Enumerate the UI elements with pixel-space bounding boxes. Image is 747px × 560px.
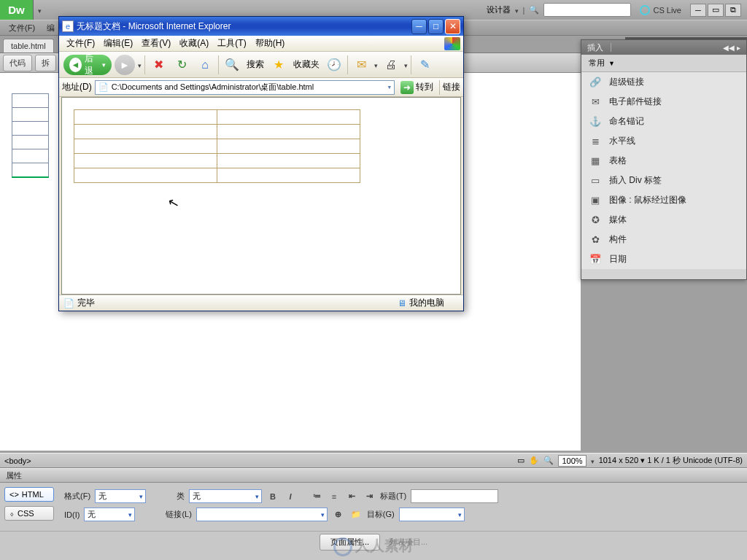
id-select[interactable]: 无 — [84, 508, 135, 521]
file-tab[interactable]: table.html — [3, 39, 54, 52]
hand-tool-icon[interactable]: ✋ — [529, 456, 539, 465]
ie-search-label[interactable]: 搜索 — [245, 58, 266, 71]
insert-item-3[interactable]: ≣水平线 — [581, 131, 746, 151]
class-select[interactable]: 无 — [189, 489, 262, 503]
view-code-button[interactable]: 代码 — [3, 55, 32, 71]
search-input[interactable] — [543, 3, 631, 17]
layout-switcher[interactable]: 设计器 — [487, 4, 511, 15]
ie-favorites-label[interactable]: 收藏夹 — [292, 58, 321, 71]
cslive-button[interactable]: CS Live — [635, 5, 686, 15]
zoom-tool-icon[interactable]: 🔍 — [543, 456, 554, 465]
select-tool-icon[interactable]: ▭ — [517, 456, 525, 465]
insert-item-7[interactable]: ✪媒体 — [581, 210, 746, 230]
ie-print-button[interactable]: 🖨 — [381, 55, 401, 75]
ul-button[interactable]: ≔ — [310, 490, 323, 503]
ie-menu-edit[interactable]: 编辑(E) — [99, 37, 137, 50]
address-input[interactable]: 📄C:\Documents and Settings\Administrator… — [95, 80, 395, 95]
properties-title[interactable]: 属性 — [0, 468, 747, 483]
menu-edit[interactable]: 编 — [41, 23, 61, 34]
rendered-table — [74, 109, 360, 183]
ie-close-button[interactable]: ✕ — [445, 19, 460, 34]
ie-history-button[interactable]: 🕗 — [324, 55, 344, 75]
insert-item-label: 电子邮件链接 — [609, 96, 662, 108]
ie-status-zone: 我的电脑 — [409, 297, 444, 309]
id-label: ID(I) — [64, 510, 80, 519]
ie-zone-icon: 🖥 — [398, 298, 406, 308]
ie-title-text: 无标题文档 - Microsoft Internet Explorer — [77, 20, 231, 33]
chevron-down-icon — [515, 6, 519, 15]
minimize-button[interactable]: ─ — [690, 4, 706, 17]
status-dims: 1014 x 520 ▾ 1 K / 1 秒 Unicode (UTF-8) — [599, 455, 743, 466]
insert-item-label: 图像 : 鼠标经过图像 — [609, 194, 686, 206]
panel-button[interactable]: ⧉ — [725, 4, 741, 17]
insert-item-icon: 🔗 — [589, 77, 602, 88]
ie-window: e 无标题文档 - Microsoft Internet Explorer ─ … — [58, 16, 464, 311]
insert-item-label: 日期 — [609, 253, 627, 265]
insert-item-label: 水平线 — [609, 135, 635, 147]
ol-button[interactable]: ≡ — [328, 490, 341, 503]
properties-panel: 属性 <>HTML ⬨CSS 格式(F) 无 类 无 B I ≔ ≡ ⇤ ⇥ 标… — [0, 468, 747, 560]
ie-menu-help[interactable]: 帮助(H) — [251, 37, 290, 50]
tag-selector[interactable]: <body> — [4, 456, 31, 465]
search-icon[interactable]: 🔍 — [529, 5, 539, 15]
ie-titlebar[interactable]: e 无标题文档 - Microsoft Internet Explorer ─ … — [59, 17, 463, 36]
view-split-button[interactable]: 拆 — [35, 55, 56, 71]
ie-menu-view[interactable]: 查看(V) — [137, 37, 175, 50]
ie-forward-button[interactable]: ► — [115, 55, 135, 75]
app-layout-dropdown[interactable] — [34, 6, 46, 15]
ie-search-icon[interactable]: 🔍 — [222, 55, 242, 75]
target-select[interactable] — [399, 508, 465, 521]
ie-statusbar: 📄 完毕 🖥我的电脑 — [59, 295, 463, 311]
ie-favorites-icon[interactable]: ★ — [268, 55, 289, 75]
ie-go-button[interactable]: ➜转到 — [398, 81, 436, 94]
prop-mode-html[interactable]: <>HTML — [4, 487, 54, 502]
ie-stop-button[interactable]: ✖ — [148, 55, 169, 75]
point-to-file-icon[interactable]: ⊕ — [332, 508, 345, 521]
browse-file-icon[interactable]: 📁 — [349, 508, 363, 521]
ie-minimize-button[interactable]: ─ — [411, 19, 427, 34]
ie-links-label[interactable]: 链接 — [443, 81, 460, 93]
ie-address-bar: 地址(D) 📄C:\Documents and Settings\Adminis… — [59, 78, 463, 97]
insert-item-5[interactable]: ▭插入 Div 标签 — [581, 171, 746, 190]
insert-item-label: 构件 — [609, 233, 627, 246]
ie-home-button[interactable]: ⌂ — [195, 55, 215, 75]
ie-menu-fav[interactable]: 收藏(A) — [175, 37, 213, 50]
insert-list: 🔗超级链接✉电子邮件链接⚓命名锚记≣水平线▦表格▭插入 Div 标签▣图像 : … — [581, 72, 746, 269]
insert-item-icon: 📅 — [589, 254, 602, 265]
insert-item-label: 表格 — [609, 155, 627, 167]
insert-panel-header[interactable]: 插入 ◀◀ ▸ — [581, 40, 746, 55]
ie-toolbar: ◄后退▾ ► ✖ ↻ ⌂ 🔍搜索 ★收藏夹 🕗 ✉ 🖨 ✎ — [59, 52, 463, 78]
ie-menu-file[interactable]: 文件(F) — [62, 37, 99, 50]
zoom-level[interactable]: 100% — [558, 455, 586, 467]
insert-item-8[interactable]: ✿构件 — [581, 230, 746, 249]
italic-button[interactable]: I — [284, 490, 297, 503]
ie-back-button[interactable]: ◄后退▾ — [63, 55, 112, 75]
dw-table[interactable] — [12, 93, 49, 178]
insert-item-4[interactable]: ▦表格 — [581, 151, 746, 171]
insert-item-0[interactable]: 🔗超级链接 — [581, 72, 746, 92]
ie-viewport[interactable] — [61, 97, 461, 295]
prop-mode-css[interactable]: ⬨CSS — [4, 506, 54, 521]
bold-button[interactable]: B — [266, 490, 279, 503]
ie-menubar: 文件(F) 编辑(E) 查看(V) 收藏(A) 工具(T) 帮助(H) — [59, 36, 463, 52]
ie-edit-button[interactable]: ✎ — [414, 55, 435, 75]
insert-item-1[interactable]: ✉电子邮件链接 — [581, 92, 746, 112]
outdent-button[interactable]: ⇤ — [345, 490, 358, 503]
ie-menu-tools[interactable]: 工具(T) — [213, 37, 250, 50]
title-input[interactable] — [411, 489, 498, 503]
ie-maximize-button[interactable]: □ — [428, 19, 444, 34]
insert-item-2[interactable]: ⚓命名锚记 — [581, 112, 746, 131]
insert-item-icon: ✪ — [589, 214, 602, 226]
menu-file[interactable]: 文件(F) — [3, 23, 41, 34]
insert-item-6[interactable]: ▣图像 : 鼠标经过图像 — [581, 190, 746, 210]
indent-button[interactable]: ⇥ — [363, 490, 376, 503]
insert-category[interactable]: 常用 ▼ — [581, 55, 746, 72]
format-select[interactable]: 无 — [95, 489, 146, 503]
link-select[interactable] — [196, 508, 328, 521]
insert-item-9[interactable]: 📅日期 — [581, 249, 746, 269]
ie-mail-button[interactable]: ✉ — [351, 55, 371, 75]
restore-button[interactable]: ▭ — [708, 4, 724, 17]
ie-refresh-button[interactable]: ↻ — [171, 55, 192, 75]
insert-item-icon: ⚓ — [589, 116, 602, 128]
panel-collapse-icon[interactable]: ◀◀ ▸ — [723, 44, 740, 52]
